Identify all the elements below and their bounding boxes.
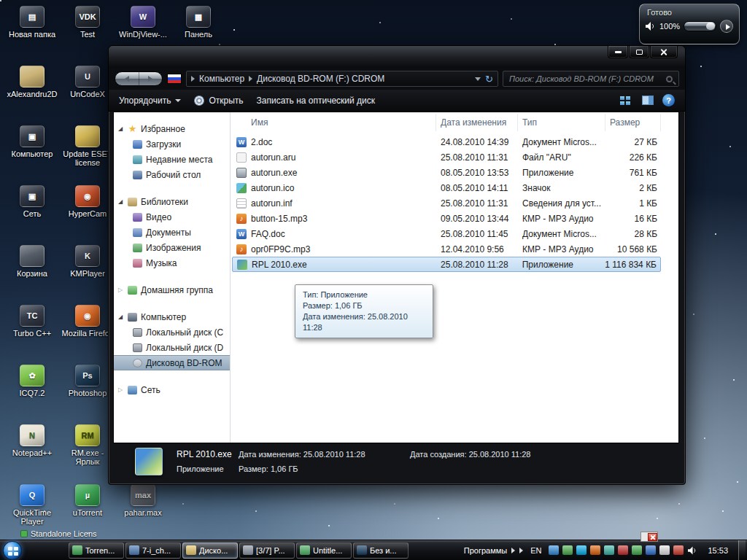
file-row[interactable]: autorun.aru25.08.2010 11:31Файл "ARU"226…	[232, 149, 661, 165]
file-row[interactable]: ♪button-15.mp309.05.2010 13:44КМР - MP3 …	[232, 211, 661, 226]
desktop-icon-new-folder[interactable]: ▤Новая папка	[6, 6, 58, 39]
title-bar[interactable]	[109, 46, 685, 68]
sidebar-item-bd-rom-drive[interactable]: Дисковод BD-ROM	[114, 355, 230, 370]
desktop-icon-pahar-max[interactable]: maxpahar.max	[117, 484, 169, 517]
tray-icon[interactable]	[590, 545, 600, 555]
taskbar-item[interactable]: [3/7] P...	[239, 542, 295, 559]
desktop-icon-rm-shortcut[interactable]: RMRM.exe - Ярлык	[61, 424, 114, 466]
desktop-icon-quicktime[interactable]: QQuickTime Player	[6, 484, 58, 526]
desktop-icon-standalone-license[interactable]: Standalone Licens	[20, 529, 97, 538]
taskbar-clock[interactable]: 15:53	[702, 546, 734, 555]
desktop-icon-eset-license[interactable]: Update ESET license	[61, 125, 114, 167]
taskbar-item[interactable]: Диско...	[182, 542, 238, 559]
desktop-icon-computer[interactable]: ▣Компьютер	[6, 125, 58, 158]
breadcrumb-root[interactable]: Компьютер	[199, 74, 244, 84]
tray-icon[interactable]	[673, 545, 684, 555]
forward-button[interactable]	[139, 72, 163, 85]
start-button[interactable]	[3, 541, 22, 560]
column-header-size[interactable]: Размер	[605, 114, 661, 131]
file-row[interactable]: autorun.exe08.05.2010 13:53Приложение761…	[232, 165, 661, 180]
collapse-icon[interactable]: ◢	[117, 125, 124, 132]
expand-icon[interactable]: ▷	[117, 287, 124, 293]
tray-icon[interactable]	[659, 545, 670, 555]
desktop-icon-recycle-bin[interactable]: Корзина	[6, 245, 58, 278]
desktop-icon-firefox[interactable]: ◉Mozilla Firefox	[61, 305, 114, 338]
file-row[interactable]: ♪opr0FP9C.mp312.04.2010 9:56КМР - MP3 Ау…	[232, 241, 661, 257]
change-view-button[interactable]	[620, 96, 633, 105]
taskbar-item[interactable]: 7-i_ch...	[125, 542, 181, 559]
column-header-name[interactable]: Имя	[232, 114, 436, 131]
tray-icon[interactable]	[549, 545, 559, 555]
expand-toolbar-icon[interactable]	[519, 548, 523, 553]
desktop-icon-panel[interactable]: ▦Панель	[172, 6, 225, 39]
desktop-icon-icq[interactable]: ✿ICQ7.2	[6, 365, 58, 397]
organize-button[interactable]: Упорядочить	[119, 96, 181, 106]
tray-icon[interactable]	[632, 545, 642, 555]
column-header-type[interactable]: Тип	[518, 114, 605, 131]
desktop-icon-turbo-c[interactable]: TCTurbo C++	[6, 305, 58, 338]
desktop-icon-xalexandru2d[interactable]: xAlexandru2D	[6, 66, 58, 98]
desktop-icon-kmplayer[interactable]: KKMPlayer	[61, 245, 114, 278]
sidebar-item-homegroup[interactable]: ▷Домашняя группа	[114, 282, 230, 298]
burn-disc-button[interactable]: Записать на оптический диск	[257, 96, 376, 106]
taskbar-item[interactable]: Без и...	[353, 542, 409, 559]
sidebar-item-recent-places[interactable]: Недавние места	[114, 152, 230, 167]
tray-icon[interactable]	[576, 545, 587, 555]
notification-close-icon[interactable]	[648, 533, 657, 541]
taskbar-item[interactable]: Untitle...	[296, 542, 352, 559]
desktop-icon-utorrent[interactable]: µuTorrent	[61, 484, 114, 517]
sidebar-item-libraries[interactable]: ◢Библиотеки	[114, 194, 230, 209]
desktop-icon-windjview[interactable]: WWinDjView-...	[117, 6, 169, 39]
desktop-icon-hypercam[interactable]: ◉HyperCam	[61, 185, 114, 218]
sidebar-item-pictures[interactable]: Изображения	[114, 240, 230, 255]
sidebar-item-music[interactable]: Музыка	[114, 255, 230, 271]
preview-pane-button[interactable]	[642, 96, 654, 105]
search-box[interactable]: Поиск: Дисковод BD-ROM (F:) CDROM	[503, 71, 679, 87]
sidebar-item-documents[interactable]: Документы	[114, 225, 230, 240]
file-row[interactable]: RPL 2010.exe25.08.2010 11:28Приложение1 …	[232, 257, 661, 272]
sidebar-item-video[interactable]: Видео	[114, 209, 230, 225]
sidebar-item-network[interactable]: ▷Сеть	[114, 382, 230, 397]
tray-icon[interactable]	[618, 545, 628, 555]
desktop-icon-photoshop[interactable]: PsPhotoshop	[61, 365, 114, 397]
tray-icon[interactable]	[562, 545, 573, 555]
sidebar-item-computer[interactable]: ◢Компьютер	[114, 309, 230, 324]
file-row[interactable]: W2.doc24.08.2010 14:39Документ Micros...…	[232, 134, 661, 149]
sidebar-item-local-disk-d[interactable]: Локальный диск (D	[114, 340, 230, 355]
open-button[interactable]: Открыть	[194, 96, 243, 106]
file-row[interactable]: WFAQ.doc25.08.2010 11:45Документ Micros.…	[232, 226, 661, 241]
show-desktop-button[interactable]	[738, 540, 746, 560]
speaker-icon[interactable]	[646, 22, 656, 31]
language-indicator[interactable]: EN	[527, 545, 544, 556]
volume-tray-icon[interactable]	[688, 546, 697, 555]
column-header-date-modified[interactable]: Дата изменения	[436, 114, 518, 131]
back-button[interactable]	[115, 72, 139, 85]
sidebar-item-favorites[interactable]: ◢★Избранное	[114, 121, 230, 136]
close-button[interactable]	[650, 46, 678, 58]
history-dropdown-icon[interactable]	[475, 77, 481, 81]
help-button[interactable]: ?	[662, 94, 675, 106]
russian-flag-icon[interactable]	[167, 74, 182, 84]
expand-toolbar-icon[interactable]	[511, 548, 515, 553]
sidebar-item-local-disk-c[interactable]: Локальный диск (C	[114, 324, 230, 340]
taskbar-item[interactable]: Torren...	[69, 542, 124, 559]
tray-icon[interactable]	[604, 545, 614, 555]
breadcrumb-current[interactable]: Дисковод BD-ROM (F:) CDROM	[257, 74, 384, 84]
collapse-icon[interactable]: ◢	[117, 314, 124, 320]
sidebar-item-downloads[interactable]: Загрузки	[114, 136, 230, 152]
tray-icon[interactable]	[646, 545, 656, 555]
desktop-icon-notepad-plus[interactable]: NNotepad++	[6, 424, 58, 457]
minimize-button[interactable]	[608, 46, 628, 58]
maximize-button[interactable]	[629, 46, 649, 58]
programs-toolbar-label[interactable]: Программы	[464, 546, 507, 555]
expand-icon[interactable]: ▷	[117, 386, 124, 393]
sidebar-item-desktop[interactable]: Рабочий стол	[114, 167, 230, 182]
desktop-icon-network[interactable]: ▣Сеть	[6, 185, 58, 218]
file-row[interactable]: autorun.ico08.05.2010 14:11Значок2 КБ	[232, 180, 661, 195]
volume-slider[interactable]	[684, 21, 716, 31]
refresh-icon[interactable]: ↻	[485, 74, 493, 85]
collapse-icon[interactable]: ◢	[117, 198, 124, 205]
desktop-icon-uncodex[interactable]: UUnCodeX	[61, 66, 114, 98]
desktop-icon-test[interactable]: VDKTest	[61, 6, 114, 39]
file-row[interactable]: autorun.inf25.08.2010 11:31Сведения для …	[232, 195, 661, 211]
